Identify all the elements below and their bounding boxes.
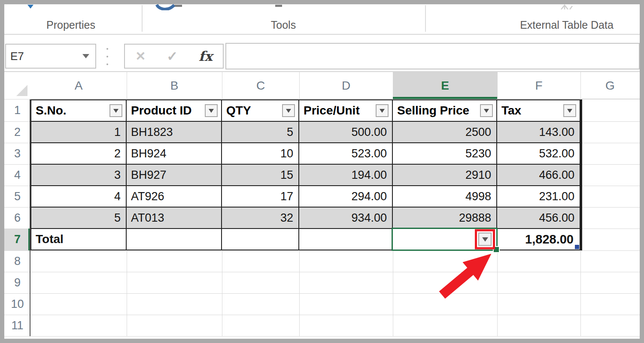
filter-button[interactable]	[282, 104, 295, 117]
table-header-qty[interactable]: QTY	[222, 100, 298, 121]
table-cell[interactable]: 231.00	[497, 186, 580, 207]
table-row-2: 1BH18235500.002500143.00	[31, 122, 581, 142]
name-box-dropdown-icon[interactable]	[82, 54, 89, 58]
table-cell[interactable]: 466.00	[497, 165, 580, 185]
filter-button[interactable]	[563, 104, 576, 117]
ribbon-bottom-border	[4, 34, 640, 35]
table-cell-D7[interactable]	[299, 229, 392, 250]
table-cell[interactable]: 2910	[393, 165, 496, 185]
filter-button[interactable]	[205, 104, 218, 117]
table-cell[interactable]: 29888	[393, 208, 496, 228]
row-header-7[interactable]: 7	[4, 229, 30, 250]
table-total-row: Total 1,828.00	[31, 229, 581, 250]
ribbon-group-separator	[425, 5, 426, 32]
table-header-price-unit[interactable]: Price/Unit	[299, 100, 392, 121]
table-header-sno[interactable]: S.No.	[31, 100, 126, 121]
table-cell[interactable]: 2500	[393, 122, 496, 142]
table-cell[interactable]: 5230	[393, 143, 496, 164]
gridline	[4, 250, 640, 251]
table-cell[interactable]: BH1823	[127, 122, 221, 142]
table-cell[interactable]: 32	[222, 208, 298, 228]
icon-fragment	[174, 5, 182, 7]
table-cell[interactable]: 523.00	[299, 143, 392, 164]
column-header-A[interactable]: A	[30, 72, 127, 99]
row-header-5[interactable]: 5	[4, 186, 30, 207]
table-cell[interactable]: 3	[31, 165, 126, 185]
table-cell-F7[interactable]: 1,828.00	[497, 229, 580, 250]
table-cell[interactable]: 5	[222, 122, 298, 142]
select-all-corner[interactable]	[4, 72, 30, 99]
row-header-4[interactable]: 4	[4, 164, 30, 186]
table-cell[interactable]: BH924	[127, 143, 221, 164]
name-box[interactable]: E7	[5, 44, 96, 69]
table-resize-handle[interactable]	[575, 245, 579, 249]
row-header-2[interactable]: 2	[4, 121, 30, 143]
row-header-11[interactable]: 11	[4, 315, 30, 336]
table-cell[interactable]: 500.00	[299, 122, 392, 142]
formula-bar-buttons: ✕ ✓ fx	[124, 44, 224, 69]
gridline	[4, 336, 640, 337]
table-cell[interactable]: 15	[222, 165, 298, 185]
row-header-3[interactable]: 3	[4, 143, 30, 164]
ribbon-dropdown-arrow-icon	[27, 5, 33, 9]
table-cell[interactable]: 1	[31, 122, 126, 142]
table-cell[interactable]: 4998	[393, 186, 496, 207]
enter-button[interactable]: ✓	[167, 48, 178, 64]
table-row-6: 5AT01332934.0029888456.00	[31, 208, 581, 228]
column-header-G[interactable]: G	[580, 72, 640, 99]
table-row-5: 4AT92617294.004998231.00	[31, 186, 581, 207]
table-cell[interactable]: 294.00	[299, 186, 392, 207]
refresh-icon-fragment	[155, 4, 175, 10]
header-label: Selling Price	[397, 104, 469, 117]
table-cell[interactable]: 456.00	[497, 208, 580, 228]
row-header-6[interactable]: 6	[4, 207, 30, 229]
row-header-9[interactable]: 9	[4, 272, 30, 293]
formula-bar-input[interactable]	[225, 43, 640, 69]
table-cell-C7[interactable]	[222, 229, 298, 250]
ribbon-group-properties: Properties	[17, 18, 125, 32]
ribbon-group-separator	[142, 5, 143, 32]
table-header-tax[interactable]: Tax	[497, 100, 580, 121]
cancel-button[interactable]: ✕	[135, 49, 146, 63]
header-label: Product ID	[131, 104, 192, 117]
icon-fragment	[559, 4, 574, 9]
table-header-selling-price[interactable]: Selling Price	[393, 100, 496, 121]
table-cell[interactable]: 143.00	[497, 122, 580, 142]
table-cell[interactable]: AT926	[127, 186, 221, 207]
table-cell[interactable]: 2	[31, 143, 126, 164]
filter-button[interactable]	[480, 104, 493, 117]
gridline	[4, 272, 640, 272]
filter-button[interactable]	[109, 104, 122, 117]
dropdown-arrow-icon	[482, 237, 488, 241]
column-header-D[interactable]: D	[299, 72, 393, 99]
formula-bar-separator	[106, 48, 109, 65]
product-table: S.No. Product ID QTY Price/Unit Selling …	[30, 99, 582, 250]
table-cell-B7[interactable]	[127, 229, 221, 250]
select-all-triangle-icon	[16, 85, 27, 96]
insert-function-button[interactable]: fx	[199, 48, 213, 64]
name-box-value: E7	[10, 50, 24, 63]
column-header-E[interactable]: E	[393, 72, 497, 99]
row-header-1[interactable]: 1	[4, 99, 30, 121]
table-cell[interactable]: 934.00	[299, 208, 392, 228]
filter-arrow-icon	[380, 109, 385, 113]
table-cell[interactable]: AT013	[127, 208, 221, 228]
table-cell[interactable]: 5	[31, 208, 126, 228]
filter-arrow-icon	[484, 109, 489, 113]
table-header-product-id[interactable]: Product ID	[127, 100, 221, 121]
column-header-C[interactable]: C	[222, 72, 299, 99]
column-header-B[interactable]: B	[127, 72, 222, 99]
total-label-cell[interactable]: Total	[31, 229, 126, 250]
table-cell[interactable]: 532.00	[497, 143, 580, 164]
table-cell[interactable]: 10	[222, 143, 298, 164]
icon-fragment	[275, 5, 282, 7]
table-cell[interactable]: 4	[31, 186, 126, 207]
table-cell[interactable]: BH927	[127, 165, 221, 185]
row-header-10[interactable]: 10	[4, 293, 30, 315]
column-header-F[interactable]: F	[497, 72, 580, 99]
row-header-8[interactable]: 8	[4, 250, 30, 272]
filter-button[interactable]	[376, 104, 389, 117]
table-cell[interactable]: 194.00	[299, 165, 392, 185]
total-dropdown-button[interactable]	[478, 233, 492, 246]
table-cell[interactable]: 17	[222, 186, 298, 207]
